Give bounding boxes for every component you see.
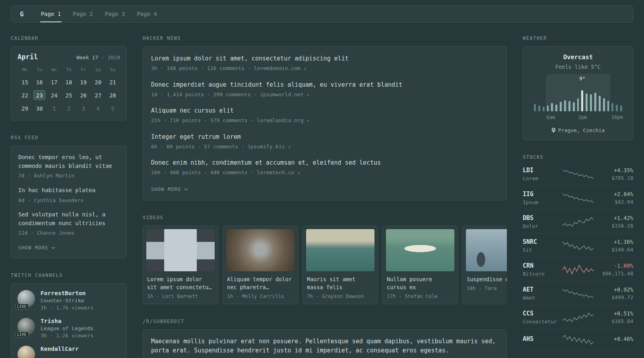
news-item: Donec enim nibh, condimentum et accumsan…	[151, 159, 499, 177]
news-title-link[interactable]: Lorem ipsum dolor sit amet, consectetur …	[151, 54, 499, 63]
stock-change: +4.35%	[597, 167, 633, 173]
section-title-subreddit: /r/subreddit	[143, 319, 507, 324]
news-domain-link[interactable]: loremtech.co ↗	[257, 169, 300, 175]
news-domain-link[interactable]: loremlandia.org ↗	[257, 117, 309, 123]
calendar-card: April Week 17 · 2024 Mo Tu We Th Fr Sa	[11, 46, 127, 121]
news-meta: 6h · 60 points · 57 comments ·	[151, 144, 248, 150]
live-badge: LIVE	[15, 304, 29, 309]
stock-symbol: IIG	[523, 191, 559, 198]
stock-symbol: DBS	[523, 214, 559, 222]
video-thumbnail	[386, 229, 454, 271]
section-title-stocks: Stocks	[523, 154, 633, 160]
video-title: Suspendisse diam	[467, 275, 507, 283]
video-meta: 1h · Molly Carrillo	[227, 293, 294, 299]
video-card[interactable]: Mauris sit amet massa felis 7h · Grayson…	[303, 226, 378, 305]
calendar-day: 17	[48, 77, 60, 87]
calendar-day-grid: 15 16 17 18 19 20 21 22 23 24 25 26 27 2…	[17, 77, 120, 113]
rss-card: Donec tempor eros leo, ut commodo mauris…	[11, 146, 127, 258]
video-card[interactable]: Aliquam tempor dolor nec pharetra… 1h · …	[223, 226, 298, 305]
stock-sparkline	[563, 311, 594, 323]
rss-title-link[interactable]: Sed volutpat nulla nisl, a condimentum n…	[18, 210, 119, 228]
show-more-label: SHOW MORE	[151, 187, 181, 192]
calendar-day: 28	[107, 90, 119, 100]
stock-price: $156.28	[597, 223, 633, 229]
rss-item: Donec tempor eros leo, ut commodo mauris…	[18, 153, 119, 180]
rss-title-link[interactable]: In hac habitasse platea	[18, 186, 119, 195]
news-title-link[interactable]: Integer eget rutrum lorem	[151, 133, 499, 141]
calendar-day: 29	[19, 103, 31, 113]
news-title-link[interactable]: Donec imperdiet augue tincidunt felis al…	[151, 81, 499, 89]
stock-name: Bitcorn	[523, 271, 559, 277]
stock-name: Ipsum	[523, 199, 559, 205]
stock-row: AETAmet +0.92%$499.72	[523, 282, 633, 305]
news-domain-link[interactable]: loremdomain.com ↗	[254, 65, 306, 71]
weather-feels-like: Feels like 5°C	[529, 64, 627, 70]
stock-price: $499.72	[597, 294, 633, 300]
weekday-label: Tu	[37, 67, 42, 72]
weather-widget: Weather Overcast Feels like 5°C 9° 6am2p…	[523, 35, 633, 140]
subreddit-card: Maecenas mollis pulvinar erat non posuer…	[143, 329, 507, 358]
show-more-button[interactable]: SHOW MORE	[151, 187, 188, 192]
calendar-day-selected: 23	[33, 90, 45, 100]
channel-game: League of Legends	[41, 325, 93, 331]
twitch-channel-row[interactable]: LIVE ForrestBurton Counter-Strike 1h · 1…	[17, 290, 120, 311]
tab-page-4[interactable]: Page 4	[136, 6, 158, 22]
stock-row: CCSConsectetur +0.51%$165.84	[523, 305, 633, 329]
video-card[interactable]: Suspendisse diam 18h · Tara	[462, 226, 507, 305]
weather-axis: 6am2pm10pm	[533, 115, 623, 121]
stock-symbol: CCS	[523, 310, 559, 317]
calendar-day: 18	[63, 77, 75, 87]
stock-row: DBSDolor +1.42%$156.28	[523, 210, 633, 234]
rss-item: In hac habitasse platea 8d · Cynthia Sau…	[18, 186, 119, 204]
tab-page-2[interactable]: Page 2	[72, 6, 94, 22]
twitch-channel-row[interactable]: LIVE KendallCarr	[17, 346, 120, 358]
news-domain-link[interactable]: ipsumworld.net ↗	[260, 91, 310, 97]
weekday-label: Sa	[95, 67, 101, 72]
stock-sparkline	[563, 240, 594, 252]
separator-dot: ·	[101, 54, 105, 60]
tab-page-3[interactable]: Page 3	[104, 6, 126, 22]
left-column: Calendar April Week 17 · 2024 Mo Tu We	[11, 35, 127, 358]
weather-location: Prague, Czechia	[529, 127, 627, 133]
post-title-link[interactable]: Maecenas mollis pulvinar erat non posuer…	[151, 338, 496, 354]
stock-price: $795.18	[597, 175, 633, 181]
video-meta: 18h · Tara	[467, 285, 507, 291]
rss-title-link[interactable]: Donec tempor eros leo, ut commodo mauris…	[18, 153, 119, 170]
video-thumbnail	[466, 229, 507, 271]
news-title-link[interactable]: Aliquam nec cursus elit	[151, 107, 499, 115]
stock-symbol: AET	[523, 286, 559, 293]
video-card[interactable]: Nullam posuere cursus ex 17h · Stefan Co…	[382, 226, 458, 305]
show-more-button[interactable]: SHOW MORE	[18, 245, 55, 251]
stock-name: Amet	[523, 295, 559, 301]
section-title-calendar: Calendar	[11, 35, 127, 41]
channel-name: ForrestBurton	[41, 290, 93, 296]
news-meta: 3h · 148 points · 116 comments ·	[151, 65, 254, 71]
app-logo[interactable]: G	[20, 10, 24, 18]
section-title-weather: Weather	[523, 35, 633, 41]
stock-sparkline	[563, 334, 594, 346]
calendar-day: 30	[33, 103, 45, 113]
calendar-week-info: Week 17 · 2024	[76, 54, 120, 60]
stock-sparkline	[563, 168, 594, 180]
news-item: Aliquam nec cursus elit 21h · 710 points…	[151, 107, 499, 125]
weekday-label: Mo	[22, 67, 27, 72]
news-domain-link[interactable]: ipsumify.biz ↗	[248, 144, 291, 150]
channel-name: Trisha	[41, 318, 93, 324]
section-title-hackernews: Hacker News	[143, 35, 507, 41]
channel-meta: 1h · 1.7k viewers	[41, 305, 93, 311]
calendar-day: 25	[63, 90, 75, 100]
calendar-day: 15	[19, 77, 31, 87]
news-title-link[interactable]: Donec enim nibh, condimentum et accumsan…	[151, 159, 499, 167]
stock-row: SNRCSit +1.36%$148.64	[523, 234, 633, 258]
video-card[interactable]: Lorem ipsum dolor sit amet consectetu… 1…	[143, 226, 218, 305]
weather-chart-bars	[533, 86, 623, 111]
dashboard-page: G Page 1 Page 2 Page 3 Page 4 Calendar A…	[0, 0, 644, 358]
twitch-channel-row[interactable]: LIVE Trisha League of Legends 3h · 1.2k …	[17, 318, 120, 339]
external-link-icon: ↗	[297, 170, 300, 175]
video-title: Nullam posuere cursus ex	[387, 275, 454, 292]
stock-name: Lorem	[523, 175, 559, 181]
tab-page-1[interactable]: Page 1	[40, 6, 62, 22]
rss-widget: RSS Feed Donec tempor eros leo, ut commo…	[11, 135, 127, 258]
video-thumbnail	[226, 229, 295, 271]
stock-change: +2.84%	[597, 191, 633, 197]
